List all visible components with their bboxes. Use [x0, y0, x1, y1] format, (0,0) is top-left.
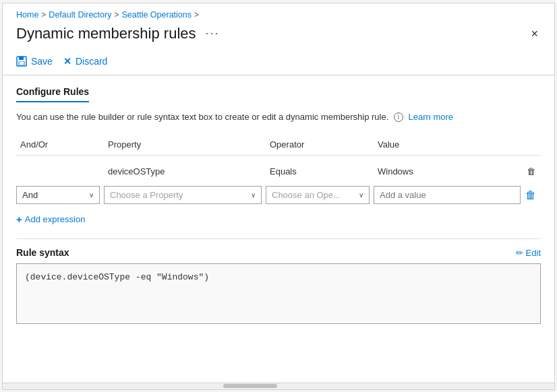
rules-table: And/Or Property Operator Value deviceOST…: [16, 134, 541, 204]
configure-rules-section: Configure Rules You can use the rule bui…: [16, 86, 541, 228]
edit-button[interactable]: ✏ Edit: [516, 248, 541, 258]
content-area: Configure Rules You can use the rule bui…: [3, 75, 554, 383]
save-label: Save: [31, 56, 53, 67]
discard-label: Discard: [76, 56, 107, 67]
header-value: Value: [374, 137, 521, 152]
andor-value: And: [22, 190, 38, 200]
header-action: [521, 137, 541, 152]
add-expression-label: Add expression: [25, 214, 86, 224]
discard-icon: ✕: [63, 56, 71, 67]
breadcrumb-seattle-operations[interactable]: Seattle Operations: [121, 10, 192, 20]
plus-icon: +: [16, 214, 22, 225]
rule-value: Windows: [374, 164, 521, 179]
delete-rule-button[interactable]: 🗑: [521, 162, 541, 181]
svg-rect-1: [19, 57, 24, 60]
rule-syntax-textarea[interactable]: [16, 263, 541, 324]
title-row: Dynamic membership rules ··· ×: [3, 24, 554, 49]
discard-button[interactable]: ✕ Discard: [63, 53, 107, 69]
rule-syntax-header: Rule syntax ✏ Edit: [16, 247, 541, 258]
svg-rect-3: [20, 62, 24, 65]
trash-icon: 🗑: [523, 164, 539, 179]
property-dropdown[interactable]: Choose a Property ∨: [104, 186, 262, 204]
close-button[interactable]: ×: [528, 26, 541, 41]
property-chevron-icon: ∨: [251, 191, 256, 199]
andor-chevron-icon: ∨: [89, 191, 94, 199]
rule-syntax-section: Rule syntax ✏ Edit: [16, 238, 541, 326]
add-expression-button[interactable]: + Add expression: [16, 211, 85, 228]
trash-icon-new: 🗑: [525, 189, 536, 201]
header-property: Property: [104, 137, 266, 152]
pencil-icon: ✏: [516, 248, 523, 258]
more-options-icon[interactable]: ···: [206, 26, 220, 40]
delete-new-rule-button[interactable]: 🗑: [521, 188, 541, 203]
breadcrumb-sep-1: >: [41, 10, 46, 20]
operator-placeholder: Choose an Ope...: [272, 190, 341, 200]
new-rule-row: And ∨ Choose a Property ∨ Choose an Ope.…: [16, 186, 541, 204]
value-input[interactable]: [374, 186, 521, 204]
breadcrumb-sep-3: >: [194, 10, 199, 20]
page-title: Dynamic membership rules: [16, 25, 196, 42]
info-text-container: You can use the rule builder or rule syn…: [16, 110, 541, 124]
breadcrumb: Home > Default Directory > Seattle Opera…: [3, 3, 554, 24]
header-operator: Operator: [266, 137, 374, 152]
configure-rules-title: Configure Rules: [16, 86, 89, 102]
rule-property: deviceOSType: [104, 164, 266, 179]
operator-chevron-icon: ∨: [359, 191, 363, 199]
andor-dropdown[interactable]: And ∨: [16, 186, 100, 204]
property-placeholder: Choose a Property: [110, 190, 183, 200]
breadcrumb-sep-2: >: [114, 10, 119, 20]
save-icon: [16, 56, 27, 67]
operator-dropdown[interactable]: Choose an Ope... ∨: [266, 186, 370, 204]
save-button[interactable]: Save: [16, 53, 53, 69]
info-icon: i: [394, 112, 403, 122]
main-panel: Home > Default Directory > Seattle Opera…: [2, 3, 555, 390]
breadcrumb-home[interactable]: Home: [16, 10, 38, 20]
scrollbar-area: [3, 383, 554, 389]
header-andor: And/Or: [16, 137, 104, 152]
rule-andor-empty: [16, 169, 104, 174]
scrollbar-thumb[interactable]: [223, 384, 277, 388]
breadcrumb-default-directory[interactable]: Default Directory: [49, 10, 111, 20]
table-header-row: And/Or Property Operator Value: [16, 134, 541, 156]
rule-operator: Equals: [266, 164, 374, 179]
table-row: deviceOSType Equals Windows 🗑: [16, 160, 541, 183]
info-description: You can use the rule builder or rule syn…: [16, 112, 388, 122]
edit-label: Edit: [526, 248, 541, 258]
toolbar: Save ✕ Discard: [3, 49, 554, 75]
learn-more-link[interactable]: Learn more: [409, 112, 453, 122]
rule-syntax-title: Rule syntax: [16, 247, 69, 258]
